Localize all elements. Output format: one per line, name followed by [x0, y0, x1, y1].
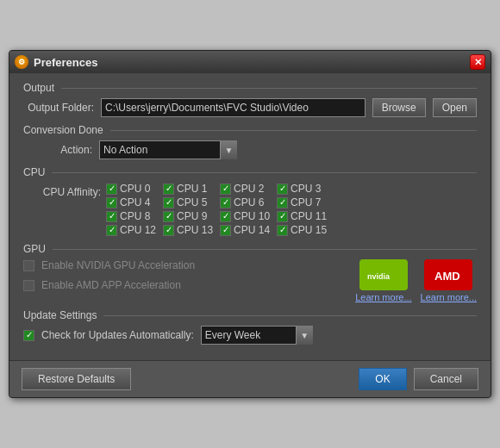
- gpu-options: Enable NVIDIA GPU Acceleration Enable AM…: [23, 259, 347, 302]
- cpu-checkbox-5[interactable]: ✓: [163, 197, 174, 208]
- cpu-section-label: CPU: [23, 166, 45, 178]
- ok-button[interactable]: OK: [359, 368, 406, 390]
- cpu-label-1: CPU 1: [177, 183, 207, 195]
- cpu-item-12: ✓CPU 12: [106, 224, 156, 236]
- update-select-wrapper: Every Day Every Week Every Month Never ▼: [201, 326, 313, 345]
- cpu-label-5: CPU 5: [177, 196, 207, 208]
- output-section-label: Output: [23, 82, 54, 94]
- nvidia-logo-block: nvidia Learn more...: [355, 259, 411, 302]
- cpu-item-7: ✓CPU 7: [277, 196, 327, 208]
- preferences-window: ⚙ Preferences ✕ Output Output Folder: Br…: [9, 50, 491, 398]
- affinity-label: CPU Affinity:: [23, 184, 101, 198]
- cpu-checkbox-12[interactable]: ✓: [106, 225, 117, 236]
- update-frequency-select[interactable]: Every Day Every Week Every Month Never: [201, 326, 313, 345]
- update-row: ✓ Check for Updates Automatically: Every…: [23, 326, 477, 345]
- gpu-content: Enable NVIDIA GPU Acceleration Enable AM…: [23, 259, 477, 302]
- amd-logo: AMD: [424, 259, 472, 290]
- amd-checkbox[interactable]: [23, 280, 34, 291]
- cpu-grid: ✓CPU 0✓CPU 1✓CPU 2✓CPU 3✓CPU 4✓CPU 5✓CPU…: [106, 183, 327, 236]
- nvidia-checkbox[interactable]: [23, 260, 34, 271]
- content-area: Output Output Folder: Browse Open Conver…: [9, 73, 491, 360]
- browse-button[interactable]: Browse: [372, 98, 426, 117]
- cpu-item-15: ✓CPU 15: [277, 224, 327, 236]
- folder-input[interactable]: [101, 98, 366, 117]
- cpu-checkbox-8[interactable]: ✓: [106, 211, 117, 222]
- cpu-label-11: CPU 11: [291, 210, 327, 222]
- cpu-checkbox-2[interactable]: ✓: [220, 184, 231, 195]
- close-button[interactable]: ✕: [470, 54, 485, 70]
- amd-logo-block: AMD Learn more...: [421, 259, 477, 302]
- cpu-checkbox-1[interactable]: ✓: [163, 184, 174, 195]
- action-row: Action: No Action Exit Application Shut …: [23, 140, 477, 159]
- action-label: Action:: [49, 144, 92, 156]
- update-section: Update Settings ✓ Check for Updates Auto…: [23, 309, 477, 345]
- affinity-row: CPU Affinity: ✓CPU 0✓CPU 1✓CPU 2✓CPU 3✓C…: [23, 183, 477, 236]
- cpu-checkbox-4[interactable]: ✓: [106, 197, 117, 208]
- amd-row: Enable AMD APP Acceleration: [23, 279, 347, 291]
- cpu-label-3: CPU 3: [291, 183, 321, 195]
- cpu-checkbox-13[interactable]: ✓: [163, 225, 174, 236]
- cpu-checkbox-6[interactable]: ✓: [220, 197, 231, 208]
- cpu-label-10: CPU 10: [234, 210, 270, 222]
- cpu-item-3: ✓CPU 3: [277, 183, 327, 195]
- cpu-checkbox-14[interactable]: ✓: [220, 225, 231, 236]
- cpu-item-6: ✓CPU 6: [220, 196, 270, 208]
- cpu-item-13: ✓CPU 13: [163, 224, 213, 236]
- cpu-label-8: CPU 8: [120, 210, 150, 222]
- update-section-label: Update Settings: [23, 309, 97, 321]
- gpu-section: GPU Enable NVIDIA GPU Acceleration: [23, 243, 477, 302]
- cpu-item-14: ✓CPU 14: [220, 224, 270, 236]
- output-divider: [61, 88, 477, 89]
- cpu-item-5: ✓CPU 5: [163, 196, 213, 208]
- conversion-divider: [110, 130, 477, 131]
- folder-label: Output Folder:: [23, 102, 94, 114]
- action-select-wrapper: No Action Exit Application Shut Down Com…: [99, 140, 237, 159]
- cpu-item-11: ✓CPU 11: [277, 210, 327, 222]
- title-bar: ⚙ Preferences ✕: [9, 51, 491, 73]
- output-section: Output Output Folder: Browse Open: [23, 82, 477, 117]
- cpu-label-15: CPU 15: [291, 224, 327, 236]
- cpu-checkbox-7[interactable]: ✓: [277, 197, 288, 208]
- nvidia-label: Enable NVIDIA GPU Acceleration: [41, 259, 195, 271]
- conversion-section-label: Conversion Done: [23, 124, 103, 136]
- cpu-label-7: CPU 7: [291, 196, 321, 208]
- cpu-checkbox-10[interactable]: ✓: [220, 211, 231, 222]
- cpu-checkbox-15[interactable]: ✓: [277, 225, 288, 236]
- title-bar-left: ⚙ Preferences: [15, 55, 97, 69]
- cancel-button[interactable]: Cancel: [414, 368, 478, 390]
- cpu-checkbox-9[interactable]: ✓: [163, 211, 174, 222]
- output-folder-row: Output Folder: Browse Open: [23, 98, 477, 117]
- cpu-label-4: CPU 4: [120, 196, 150, 208]
- gpu-divider: [53, 249, 477, 250]
- cpu-label-12: CPU 12: [120, 224, 156, 236]
- cpu-checkbox-11[interactable]: ✓: [277, 211, 288, 222]
- window-title: Preferences: [34, 56, 97, 69]
- update-check-mark: ✓: [26, 331, 33, 339]
- gpu-section-label: GPU: [23, 243, 46, 255]
- cpu-label-6: CPU 6: [234, 196, 264, 208]
- cpu-label-13: CPU 13: [177, 224, 213, 236]
- cpu-label-2: CPU 2: [234, 183, 264, 195]
- cpu-checkbox-0[interactable]: ✓: [106, 184, 117, 195]
- action-select[interactable]: No Action Exit Application Shut Down Com…: [99, 140, 237, 159]
- cpu-item-1: ✓CPU 1: [163, 183, 213, 195]
- svg-text:nvidia: nvidia: [367, 272, 391, 281]
- update-checkbox[interactable]: ✓: [23, 330, 34, 341]
- update-label: Check for Updates Automatically:: [41, 329, 194, 341]
- cpu-item-9: ✓CPU 9: [163, 210, 213, 222]
- footer-right: OK Cancel: [359, 368, 478, 390]
- amd-learn-more[interactable]: Learn more...: [421, 292, 477, 302]
- cpu-item-0: ✓CPU 0: [106, 183, 156, 195]
- conversion-section: Conversion Done Action: No Action Exit A…: [23, 124, 477, 159]
- cpu-item-4: ✓CPU 4: [106, 196, 156, 208]
- nvidia-learn-more[interactable]: Learn more...: [355, 292, 411, 302]
- cpu-item-2: ✓CPU 2: [220, 183, 270, 195]
- cpu-checkbox-3[interactable]: ✓: [277, 184, 288, 195]
- footer: Restore Defaults OK Cancel: [9, 360, 491, 397]
- open-button[interactable]: Open: [433, 98, 477, 117]
- restore-defaults-button[interactable]: Restore Defaults: [22, 368, 131, 390]
- nvidia-row: Enable NVIDIA GPU Acceleration: [23, 259, 347, 271]
- app-icon: ⚙: [15, 55, 28, 69]
- nvidia-logo: nvidia: [359, 259, 408, 290]
- cpu-label-14: CPU 14: [234, 224, 270, 236]
